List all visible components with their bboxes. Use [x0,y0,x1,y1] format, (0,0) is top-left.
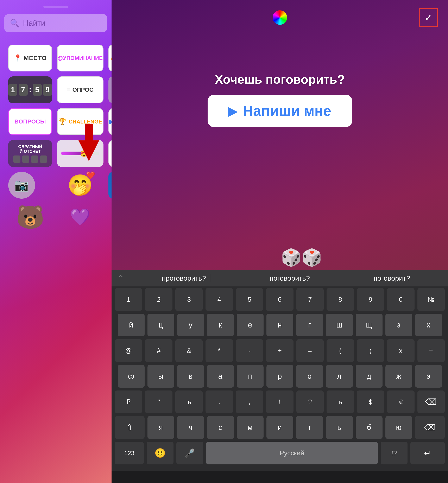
sticker-business[interactable]: 🛍️ ПОДДЕРЖИМ МАЛЫЙ БИЗНЕС [108,172,112,199]
key-quest[interactable]: ! [266,390,293,413]
key-7[interactable]: 7 [296,288,324,311]
sticker-mesto[interactable]: 📍 МЕСТО [8,45,52,71]
key-colon[interactable]: : [206,390,233,413]
sticker-napishi-small[interactable]: ▶ Напиши мне [108,108,112,135]
key-н[interactable]: н [266,314,293,336]
key-3[interactable]: 3 [175,288,203,311]
key-at[interactable]: @ [115,339,142,362]
key-о[interactable]: о [296,365,323,388]
key-ы[interactable]: ы [147,365,174,388]
color-wheel[interactable] [273,10,287,25]
sticker-purple-heart[interactable]: 💜 [57,204,104,230]
key-rub[interactable]: ₽ [115,390,142,413]
key-е[interactable]: е [237,314,264,336]
autocomplete-word-3[interactable]: поговорит? [369,274,414,282]
key-6[interactable]: 6 [266,288,293,311]
autocomplete-expand-icon[interactable]: ⌃ [118,274,130,283]
key-ш[interactable]: ш [326,314,353,336]
key-hash[interactable]: # [145,339,172,362]
drag-handle[interactable] [43,6,68,8]
sticker-red-heart[interactable]: ❤️ 1 [108,204,112,230]
key-4[interactable]: 4 [206,288,233,311]
key-л[interactable]: л [326,365,353,388]
key-hardhard[interactable]: ъ [175,390,203,413]
key-num[interactable]: № [417,288,445,311]
key-и[interactable]: и [266,416,293,439]
key-8[interactable]: 8 [327,288,354,311]
key-shift[interactable]: ⇧ [115,416,144,439]
sticker-slider[interactable]: 😍 [57,140,104,167]
key-а[interactable]: а [207,365,234,388]
key-delete2[interactable]: ⌫ [415,416,445,439]
sticker-mention[interactable]: @УПОМИНАНИЕ [57,45,104,71]
sticker-camera[interactable]: 📷 [8,172,35,199]
key-я[interactable]: я [147,416,174,439]
key-5[interactable]: 5 [236,288,263,311]
key-x[interactable]: x [387,339,414,362]
key-в[interactable]: в [177,365,204,388]
key-ж[interactable]: ж [385,365,412,388]
key-div[interactable]: ÷ [417,339,445,362]
key-ь[interactable]: ь [326,416,353,439]
key-emoji[interactable]: 🙂 [147,442,174,464]
key-ю[interactable]: ю [385,416,412,439]
sticker-mouth[interactable]: 🤭 ❤️ [57,172,104,199]
key-э[interactable]: э [415,365,442,388]
sticker-blue-bear[interactable]: 🐻 [8,204,52,230]
sticker-voprosy[interactable]: ВОПРОСЫ [8,108,52,135]
checkmark-button[interactable]: ✓ [419,8,438,27]
key-х[interactable]: х [415,314,442,336]
key-1[interactable]: 1 [115,288,142,311]
key-0[interactable]: 0 [387,288,414,311]
key-euro2[interactable]: € [387,390,414,413]
key-щ[interactable]: щ [356,314,383,336]
sticker-poll[interactable]: ≡ ОПРОС [57,76,104,103]
key-2[interactable]: 2 [145,288,172,311]
key-ф[interactable]: ф [118,365,144,388]
key-р[interactable]: р [266,365,293,388]
key-return[interactable]: ↵ [410,442,445,464]
key-space[interactable]: Русский [206,442,378,464]
sticker-challenge[interactable]: 🏆 CHALLENGE [57,108,104,135]
key-м[interactable]: м [237,416,264,439]
key-plus[interactable]: + [266,339,293,362]
napishi-button[interactable]: ▶ Напиши мне [208,95,352,127]
key-т[interactable]: т [296,416,323,439]
key-й[interactable]: й [118,314,144,336]
key-п[interactable]: п [237,365,264,388]
key-с[interactable]: с [207,416,234,439]
key-star[interactable]: * [206,339,233,362]
sticker-search-q[interactable]: 🔍 [108,76,112,103]
key-г[interactable]: г [296,314,323,336]
key-к[interactable]: к [207,314,234,336]
sticker-clock[interactable]: 1 7 : 5 9 [8,76,52,103]
key-rpar[interactable]: ) [357,339,384,362]
key-tick[interactable]: ? [296,390,324,413]
key-exclamation[interactable]: !? [381,442,408,464]
key-delete[interactable]: ⌫ [417,390,445,413]
sticker-countdown[interactable]: ОБРАТНЫЙЙ ОТСЧЕТ [8,140,52,167]
key-mic[interactable]: 🎤 [176,442,203,464]
autocomplete-word-1[interactable]: проговорить? [158,274,210,282]
key-euro[interactable]: $ [357,390,384,413]
key-dollar[interactable]: ъ [327,390,354,413]
key-minus[interactable]: - [236,339,263,362]
key-з[interactable]: з [385,314,412,336]
key-lpar[interactable]: ( [327,339,354,362]
key-ц[interactable]: ц [147,314,174,336]
sticker-hashtag[interactable]: #ХЭШТЕГ [108,45,112,71]
sticker-test[interactable]: ТЕСТ ✓ [108,140,112,167]
key-excl[interactable]: ; [236,390,263,413]
key-б[interactable]: б [356,416,383,439]
search-bar[interactable]: 🔍 Найти [4,14,107,32]
key-ч[interactable]: ч [177,416,204,439]
key-quote[interactable]: " [145,390,172,413]
key-9[interactable]: 9 [357,288,384,311]
key-amp[interactable]: & [175,339,203,362]
key-у[interactable]: у [177,314,204,336]
key-123[interactable]: 123 [115,442,144,464]
key-eq[interactable]: = [296,339,324,362]
autocomplete-word-2[interactable]: поговорить? [266,274,314,282]
key-д[interactable]: д [356,365,383,388]
search-input[interactable]: Найти [23,19,45,28]
